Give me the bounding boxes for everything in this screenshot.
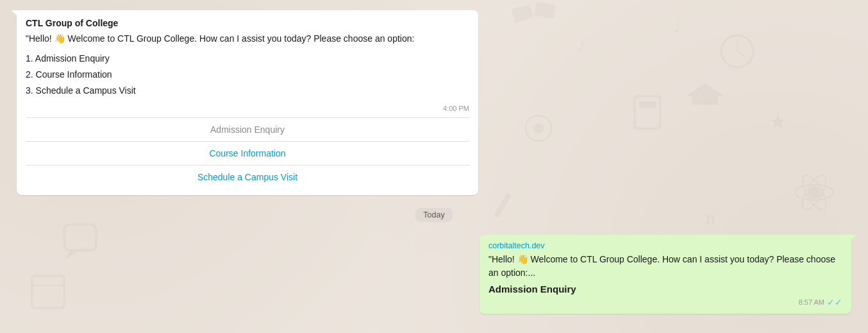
quick-reply-campus[interactable]: Schedule a Campus Visit bbox=[26, 166, 469, 189]
message-options-list: 1. Admission Enquiry 2. Course Informati… bbox=[26, 51, 469, 99]
option-2: 2. Course Information bbox=[26, 67, 469, 83]
quick-reply-admission[interactable]: Admission Enquiry bbox=[26, 118, 469, 142]
quick-reply-course[interactable]: Course Information bbox=[26, 142, 469, 166]
read-receipt-icon: ✓✓ bbox=[827, 297, 842, 307]
outgoing-footer: 8:57 AM ✓✓ bbox=[488, 297, 842, 307]
date-label: Today bbox=[415, 208, 452, 222]
outgoing-link: corbitaltech.dev bbox=[488, 241, 842, 250]
date-divider: Today bbox=[10, 208, 858, 222]
option-1: 1. Admission Enquiry bbox=[26, 51, 469, 67]
outgoing-timestamp: 8:57 AM bbox=[799, 298, 824, 306]
sender-name: CTL Group of College bbox=[26, 18, 469, 28]
chat-area: CTL Group of College "Hello! 👋 Welcome t… bbox=[0, 0, 868, 333]
outgoing-selection: Admission Enquiry bbox=[488, 284, 842, 295]
outgoing-message-container: corbitaltech.dev "Hello! 👋 Welcome to CT… bbox=[10, 235, 851, 314]
quick-reply-list: Admission Enquiry Course Information Sch… bbox=[26, 117, 469, 189]
message-timestamp: 4:00 PM bbox=[26, 105, 469, 112]
option-3: 3. Schedule a Campus Visit bbox=[26, 83, 469, 99]
outgoing-message-text: "Hello! 👋 Welcome to CTL Group College. … bbox=[488, 253, 842, 280]
outgoing-message-bubble: corbitaltech.dev "Hello! 👋 Welcome to CT… bbox=[480, 235, 851, 314]
message-intro: "Hello! 👋 Welcome to CTL Group College. … bbox=[26, 32, 469, 46]
incoming-message-bubble: CTL Group of College "Hello! 👋 Welcome t… bbox=[17, 10, 478, 195]
